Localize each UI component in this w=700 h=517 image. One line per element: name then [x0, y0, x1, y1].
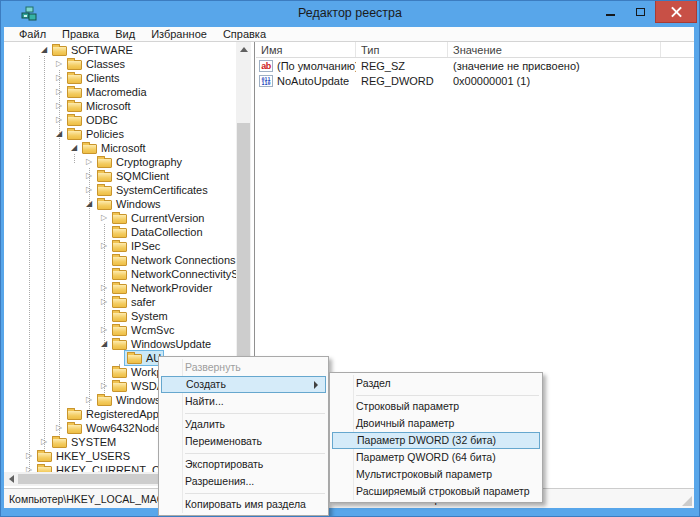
tree-item-clients[interactable]: Clients	[4, 71, 236, 85]
context-menu-copy-key-name[interactable]: Копировать имя раздела	[159, 496, 328, 513]
close-button[interactable]	[655, 1, 697, 23]
tree-item-policies-microsoft[interactable]: Microsoft	[4, 141, 236, 155]
folder-icon	[97, 186, 112, 196]
context-menu-export[interactable]: Экспортировать	[159, 456, 328, 473]
collapsed-triangle-icon[interactable]	[23, 449, 35, 463]
submenu-multistring-value[interactable]: Мультистроковый параметр	[330, 466, 542, 483]
menu-favorites[interactable]: Избранное	[143, 28, 215, 40]
collapsed-triangle-icon[interactable]	[98, 323, 110, 337]
context-menu-permissions[interactable]: Разрешения...	[159, 473, 328, 490]
submenu-binary-value[interactable]: Двоичный параметр	[330, 415, 542, 432]
collapsed-triangle-icon[interactable]	[83, 169, 95, 183]
collapsed-triangle-icon[interactable]	[98, 295, 110, 309]
folder-icon	[112, 326, 127, 336]
scroll-left-icon[interactable]	[9, 475, 14, 483]
folder-icon	[112, 270, 127, 280]
tree-item-networkconnectivitystatusindicator[interactable]: NetworkConnectivityStatusIndicator	[4, 267, 236, 281]
collapsed-triangle-icon[interactable]	[53, 421, 65, 435]
new-submenu: Раздел Строковый параметр Двоичный парам…	[329, 372, 543, 503]
tree-item-systemcertificates[interactable]: SystemCertificates	[4, 183, 236, 197]
value-name: (По умолчанию)	[277, 60, 356, 72]
tree-item-system[interactable]: System	[4, 309, 236, 323]
expanded-triangle-icon[interactable]	[38, 43, 50, 57]
tree-item-classes[interactable]: Classes	[4, 57, 236, 71]
value-row-default[interactable]: ab (По умолчанию) REG_SZ (значение не пр…	[256, 58, 694, 73]
collapsed-triangle-icon[interactable]	[38, 435, 50, 449]
tree-item-windowsupdate[interactable]: WindowsUpdate	[4, 337, 236, 351]
column-header-name[interactable]: Имя	[256, 42, 356, 57]
minimize-icon	[606, 14, 615, 16]
value-name: NoAutoUpdate	[277, 75, 349, 87]
tree-item-ipsec[interactable]: IPSec	[4, 239, 236, 253]
column-header-type[interactable]: Тип	[356, 42, 448, 57]
column-header-value[interactable]: Значение	[448, 42, 661, 57]
tree-item-macromedia[interactable]: Macromedia	[4, 85, 236, 99]
close-icon	[671, 6, 682, 17]
context-menu-new[interactable]: Создать	[161, 376, 326, 393]
collapsed-triangle-icon[interactable]	[53, 57, 65, 71]
tree-item-datacollection[interactable]: DataCollection	[4, 225, 236, 239]
folder-icon	[97, 396, 112, 406]
collapsed-triangle-icon[interactable]	[53, 85, 65, 99]
folder-icon	[112, 382, 127, 392]
collapsed-triangle-icon[interactable]	[98, 379, 110, 393]
tree-item-cryptography[interactable]: Cryptography	[4, 155, 236, 169]
collapsed-triangle-icon[interactable]	[83, 183, 95, 197]
maximize-button[interactable]	[625, 1, 655, 23]
expanded-triangle-icon[interactable]	[98, 337, 110, 351]
minimize-button[interactable]	[595, 1, 625, 23]
tree-item-networkprovider[interactable]: NetworkProvider	[4, 281, 236, 295]
collapsed-triangle-icon[interactable]	[98, 239, 110, 253]
submenu-expandable-string-value[interactable]: Расширяемый строковый параметр	[330, 483, 542, 500]
folder-icon	[112, 256, 127, 266]
scroll-up-icon[interactable]	[240, 47, 248, 52]
value-row-noautoupdate[interactable]: 011110 NoAutoUpdate REG_DWORD 0x00000001…	[256, 73, 694, 88]
collapsed-triangle-icon[interactable]	[98, 211, 110, 225]
expanded-triangle-icon[interactable]	[83, 197, 95, 211]
tree-item-policies[interactable]: Policies	[4, 127, 236, 141]
collapsed-triangle-icon[interactable]	[98, 281, 110, 295]
collapsed-triangle-icon[interactable]	[83, 155, 95, 169]
context-menu-delete[interactable]: Удалить	[159, 416, 328, 433]
submenu-string-value[interactable]: Строковый параметр	[330, 398, 542, 415]
folder-icon	[112, 284, 127, 294]
folder-icon	[112, 340, 127, 350]
value-data: 0x00000001 (1)	[448, 75, 530, 87]
tree-item-microsoft[interactable]: Microsoft	[4, 99, 236, 113]
collapsed-triangle-icon[interactable]	[53, 113, 65, 127]
context-menu-rename[interactable]: Переименовать	[159, 433, 328, 450]
submenu-qword-value[interactable]: Параметр QWORD (64 бита)	[330, 449, 542, 466]
collapsed-triangle-icon[interactable]	[53, 99, 65, 113]
context-menu-find[interactable]: Найти...	[159, 393, 328, 410]
resize-grip-icon[interactable]	[682, 496, 692, 506]
collapsed-triangle-icon[interactable]	[83, 393, 95, 407]
menu-separator	[185, 453, 325, 454]
folder-icon	[127, 354, 142, 364]
tree-item-odbc[interactable]: ODBC	[4, 113, 236, 127]
folder-icon	[37, 452, 52, 462]
expanded-triangle-icon[interactable]	[53, 127, 65, 141]
folder-icon	[112, 312, 127, 322]
submenu-key[interactable]: Раздел	[330, 375, 542, 392]
folder-icon	[97, 200, 112, 210]
tree-item-sqmclient[interactable]: SQMClient	[4, 169, 236, 183]
menu-edit[interactable]: Правка	[54, 28, 107, 40]
tree-item-windows[interactable]: Windows	[4, 197, 236, 211]
expanded-triangle-icon[interactable]	[68, 141, 80, 155]
folder-icon	[67, 74, 82, 84]
menu-help[interactable]: Справка	[215, 28, 274, 40]
menu-view[interactable]: Вид	[107, 28, 143, 40]
collapsed-triangle-icon[interactable]	[53, 71, 65, 85]
folder-icon	[112, 242, 127, 252]
tree-item-currentversion[interactable]: CurrentVersion	[4, 211, 236, 225]
tree-item-software[interactable]: SOFTWARE	[4, 43, 236, 57]
menu-file[interactable]: Файл	[11, 28, 54, 40]
maximize-icon	[636, 8, 645, 16]
tree-item-wcmsvc[interactable]: WcmSvc	[4, 323, 236, 337]
collapsed-triangle-icon[interactable]	[23, 463, 35, 472]
submenu-dword-value[interactable]: Параметр DWORD (32 бита)	[332, 432, 540, 449]
menu-separator	[356, 395, 539, 396]
tree-item-safer[interactable]: safer	[4, 295, 236, 309]
value-data: (значение не присвоено)	[448, 60, 580, 72]
tree-item-network-connections[interactable]: Network Connections	[4, 253, 236, 267]
